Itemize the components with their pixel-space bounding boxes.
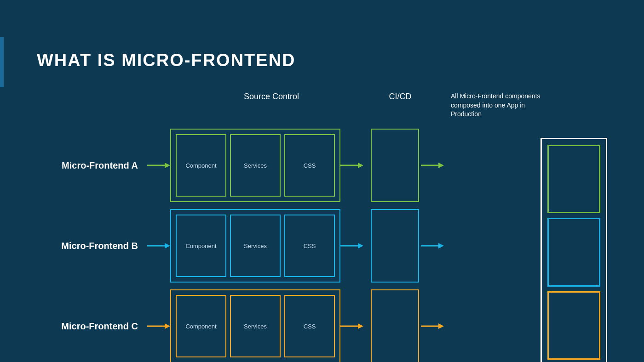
- sc-css-b: CSS: [284, 215, 335, 277]
- sc-box-b: Component Services CSS: [170, 209, 340, 283]
- svg-marker-5: [438, 163, 444, 168]
- row-b: Micro-Frontend B Component Services CSS: [37, 209, 444, 283]
- svg-marker-3: [358, 163, 363, 168]
- sc-component-b: Component: [176, 215, 226, 277]
- production-container: [540, 138, 607, 362]
- prod-a: [547, 145, 600, 213]
- sc-box-a: Component Services CSS: [170, 129, 340, 202]
- cicd-box-a: [371, 129, 419, 202]
- page-title: WHAT IS MICRO-FRONTEND: [37, 51, 296, 70]
- prod-b: [547, 218, 600, 286]
- frontend-b-label: Micro-Frontend B: [37, 241, 138, 251]
- prod-c: [547, 291, 600, 360]
- accent-bar: [0, 37, 4, 87]
- source-control-label: Source Control: [184, 92, 359, 102]
- production-label: All Micro-Frontend components composed i…: [451, 92, 543, 119]
- arrow-b-sc-cicd: [340, 241, 363, 251]
- arrow-c-sc-cicd: [340, 321, 363, 331]
- arrow-c-to-sc: [147, 321, 170, 331]
- row-c: Micro-Frontend C Component Services CSS: [37, 289, 444, 362]
- svg-marker-1: [165, 163, 170, 168]
- sc-box-c: Component Services CSS: [170, 289, 340, 362]
- cicd-box-b: [371, 209, 419, 283]
- sc-component-c: Component: [176, 295, 226, 357]
- arrow-a-to-sc: [147, 160, 170, 170]
- row-a: Micro-Frontend A Component Services CSS: [37, 129, 444, 202]
- sc-services-b: Services: [230, 215, 281, 277]
- svg-marker-7: [165, 243, 170, 249]
- arrow-a-sc-cicd: [340, 160, 363, 170]
- sc-services-c: Services: [230, 295, 281, 357]
- svg-marker-11: [438, 243, 444, 249]
- arrow-b-to-sc: [147, 241, 170, 251]
- frontend-c-label: Micro-Frontend C: [37, 321, 138, 332]
- sc-css-a: CSS: [284, 134, 335, 197]
- diagram-area: Source Control CI/CD All Micro-Frontend …: [37, 92, 616, 353]
- frontend-a-label: Micro-Frontend A: [37, 160, 138, 171]
- cicd-box-c: [371, 289, 419, 362]
- sc-component-a: Component: [176, 134, 226, 197]
- svg-marker-17: [438, 323, 444, 329]
- arrow-b-cicd-prod: [421, 241, 444, 251]
- arrow-c-cicd-prod: [421, 321, 444, 331]
- svg-marker-15: [358, 323, 363, 329]
- sc-services-a: Services: [230, 134, 281, 197]
- arrow-a-cicd-prod: [421, 160, 444, 170]
- cicd-label: CI/CD: [373, 92, 428, 102]
- svg-marker-9: [358, 243, 363, 249]
- sc-css-c: CSS: [284, 295, 335, 357]
- svg-marker-13: [165, 323, 170, 329]
